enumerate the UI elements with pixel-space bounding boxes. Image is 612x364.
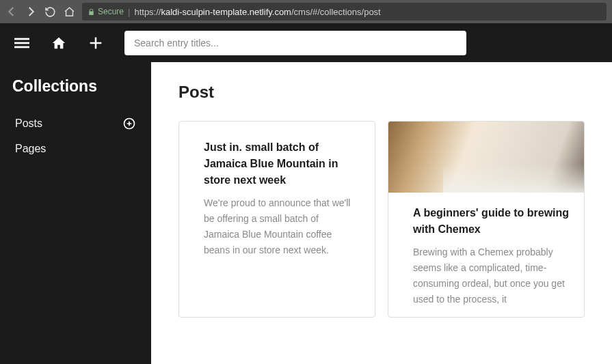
lock-icon [88,8,95,16]
post-card[interactable]: Just in. small batch of Jamaica Blue Mou… [178,121,375,318]
add-icon[interactable] [88,35,104,51]
back-icon[interactable] [5,5,18,18]
secure-badge: Secure [88,7,124,16]
svg-rect-1 [14,42,29,44]
home-icon[interactable] [63,5,75,18]
card-body: Just in. small batch of Jamaica Blue Mou… [179,122,375,268]
reload-icon[interactable] [44,5,56,18]
secure-label: Secure [98,7,124,16]
card-title: Just in. small batch of Jamaica Blue Mou… [204,139,356,188]
url-text: https://kaldi-sculpin-template.netlify.c… [134,7,380,17]
post-card[interactable]: A beginners' guide to brewing with Cheme… [388,121,585,318]
url-separator: | [128,7,130,17]
sidebar-title: Collections [12,77,139,96]
sidebar-item-pages[interactable]: Pages [12,137,139,161]
card-description: We're proud to announce that we'll be of… [204,195,356,258]
sidebar-item-label: Pages [15,143,46,155]
card-image [388,122,584,193]
svg-rect-0 [14,38,29,40]
address-bar[interactable]: Secure | https://kaldi-sculpin-template.… [82,3,607,20]
main-content: Post Just in. small batch of Jamaica Blu… [151,62,612,364]
menu-icon[interactable] [14,35,30,51]
svg-rect-2 [14,46,29,48]
forward-icon[interactable] [25,5,37,18]
page-title: Post [178,83,585,102]
card-grid: Just in. small batch of Jamaica Blue Mou… [178,121,585,318]
card-description: Brewing with a Chemex probably seems lik… [413,244,572,307]
add-circle-icon[interactable] [122,117,136,130]
browser-chrome-bar: Secure | https://kaldi-sculpin-template.… [0,0,612,23]
browser-nav-group [5,5,75,18]
card-body: A beginners' guide to brewing with Cheme… [388,193,584,317]
card-title: A beginners' guide to brewing with Cheme… [413,205,572,238]
sidebar-item-posts[interactable]: Posts [12,111,139,137]
app-toolbar [0,23,612,62]
svg-rect-4 [90,42,102,44]
sidebar: Collections Posts Pages [0,62,151,364]
body-wrap: Collections Posts Pages Post Just in. sm… [0,62,612,364]
search-input[interactable] [124,31,466,55]
home-nav-icon[interactable] [51,35,67,51]
search-container [124,31,466,55]
sidebar-item-label: Posts [15,117,42,130]
